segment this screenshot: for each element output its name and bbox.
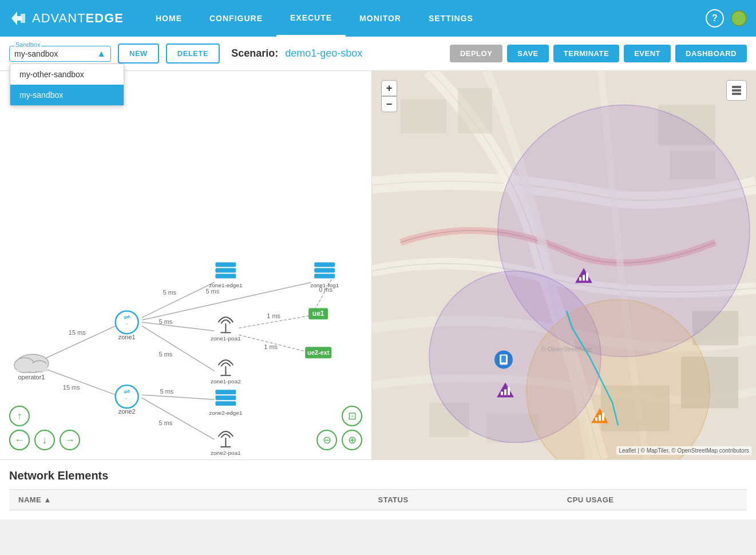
diagram-up-button[interactable]: ↑ <box>9 406 30 426</box>
svg-text:5 ms: 5 ms <box>163 289 177 296</box>
svg-text:zone2-poa1: zone2-poa1 <box>211 450 241 456</box>
nav-execute[interactable]: EXECUTE <box>276 0 346 37</box>
svg-rect-87 <box>501 356 506 363</box>
svg-rect-92 <box>732 93 741 95</box>
svg-point-88 <box>503 362 505 364</box>
svg-text:5 ms: 5 ms <box>159 351 173 358</box>
svg-rect-52 <box>215 390 236 394</box>
svg-rect-28 <box>17 363 48 371</box>
diagram-right-controls: ⊡ ⊖ ⊕ <box>316 406 362 450</box>
svg-text:zone1-edge1: zone1-edge1 <box>209 282 243 288</box>
svg-rect-39 <box>215 268 236 272</box>
node-zone1[interactable]: ⇌ → zone1 <box>116 311 138 340</box>
save-button[interactable]: SAVE <box>507 45 548 62</box>
nav-monitor[interactable]: MONITOR <box>346 0 415 37</box>
diagram-zoom-in-button[interactable]: ⊕ <box>342 430 362 450</box>
map-layer-button[interactable] <box>726 80 747 101</box>
svg-rect-78 <box>586 273 588 281</box>
terminate-button[interactable]: TERMINATE <box>553 45 619 62</box>
scenario-area: Scenario: demo1-geo-sbox <box>231 47 362 60</box>
diagram-panel: 15 ms 15 ms 5 ms 5 ms 5 ms 5 ms 5 ms 5 m… <box>0 71 372 459</box>
svg-text:zone2: zone2 <box>118 408 136 415</box>
diagram-bottom-controls: ↑ ← ↓ → <box>9 406 80 450</box>
svg-rect-80 <box>504 390 506 395</box>
svg-text:⇌: ⇌ <box>124 387 130 396</box>
diagram-zoom-row: ⊖ ⊕ <box>316 430 362 450</box>
svg-text:15 ms: 15 ms <box>69 329 86 336</box>
help-button[interactable]: ? <box>706 9 724 27</box>
logo-area: ADVANTEDGE <box>9 9 124 27</box>
svg-rect-42 <box>314 263 335 267</box>
column-status: STATUS <box>369 490 558 510</box>
network-elements-title: Network Elements <box>9 469 747 482</box>
sandbox-dropdown: my-other-sandbox my-sandbox <box>10 64 124 106</box>
svg-text:zone1-poa1: zone1-poa1 <box>211 335 241 342</box>
toolbar: Sandbox my-sandbox ▲ my-other-sandbox my… <box>0 37 756 71</box>
svg-rect-1 <box>21 14 25 23</box>
svg-text:1 ms: 1 ms <box>264 343 278 350</box>
svg-text:5 ms: 5 ms <box>160 388 174 395</box>
event-button[interactable]: EVENT <box>624 45 671 62</box>
dashboard-button[interactable]: DASHBOARD <box>675 45 747 62</box>
map-background: © OpenStreetMap <box>372 71 756 459</box>
workspace: 15 ms 15 ms 5 ms 5 ms 5 ms 5 ms 5 ms 5 m… <box>0 71 756 460</box>
delete-button[interactable]: DELETE <box>166 43 220 64</box>
diagram-zoom-out-button[interactable]: ⊖ <box>316 430 337 450</box>
sandbox-select-container: Sandbox my-sandbox ▲ my-other-sandbox my… <box>9 46 111 62</box>
column-cpu-usage: CPU USAGE <box>558 490 747 510</box>
svg-text:15 ms: 15 ms <box>63 384 80 391</box>
svg-rect-43 <box>314 268 335 272</box>
sandbox-chevron-icon: ▲ <box>97 49 106 59</box>
action-buttons: DEPLOY SAVE TERMINATE EVENT DASHBOARD <box>450 45 747 62</box>
network-diagram[interactable]: 15 ms 15 ms 5 ms 5 ms 5 ms 5 ms 5 ms 5 m… <box>0 71 371 459</box>
map-panel[interactable]: © OpenStreetMap + − Leaflet | © MapTiler… <box>372 71 756 459</box>
svg-text:ue1: ue1 <box>312 310 324 318</box>
deploy-button[interactable]: DEPLOY <box>450 45 502 62</box>
map-zoom-in-button[interactable]: + <box>381 80 397 96</box>
sandbox-option-my-other-sandbox[interactable]: my-other-sandbox <box>10 64 124 85</box>
svg-rect-79 <box>501 392 503 395</box>
svg-text:⇌: ⇌ <box>124 312 130 322</box>
node-operator1[interactable]: operator1 <box>14 354 49 380</box>
svg-rect-76 <box>579 278 581 281</box>
svg-rect-40 <box>215 273 236 278</box>
nav-home[interactable]: HOME <box>142 0 196 37</box>
header: ADVANTEDGE HOME CONFIGURE EXECUTE MONITO… <box>0 0 756 37</box>
nav-settings[interactable]: SETTINGS <box>415 0 487 37</box>
svg-marker-0 <box>11 11 22 25</box>
diagram-down-button[interactable]: ↓ <box>34 430 55 450</box>
svg-rect-90 <box>732 86 741 88</box>
sandbox-label: Sandbox <box>14 41 41 48</box>
scenario-name: demo1-geo-sbox <box>285 47 362 60</box>
node-zone2[interactable]: ⇌ ← zone2 <box>116 385 138 415</box>
logo-icon <box>9 9 27 27</box>
logo-text: ADVANTEDGE <box>32 11 124 26</box>
table-header: NAME ▲ STATUS CPU USAGE <box>9 489 747 510</box>
svg-text:operator1: operator1 <box>18 374 45 380</box>
column-name: NAME ▲ <box>9 490 369 510</box>
header-icons: ? <box>706 9 747 27</box>
scenario-label: Scenario: <box>231 47 278 60</box>
diagram-middle-row: ← ↓ → <box>9 430 80 450</box>
diagram-right-button[interactable]: → <box>60 430 80 450</box>
svg-rect-64 <box>401 100 446 134</box>
diagram-left-button[interactable]: ← <box>9 430 30 450</box>
svg-rect-77 <box>583 275 585 281</box>
svg-text:→: → <box>125 322 129 327</box>
map-zoom-out-button[interactable]: − <box>381 96 397 112</box>
svg-rect-53 <box>215 395 236 400</box>
status-indicator <box>731 10 747 26</box>
svg-rect-81 <box>508 387 510 395</box>
node-ue1[interactable]: ue1 <box>308 308 328 319</box>
sandbox-option-my-sandbox[interactable]: my-sandbox <box>10 85 124 105</box>
svg-rect-83 <box>599 415 601 421</box>
svg-text:zone2-edge1: zone2-edge1 <box>209 410 243 416</box>
node-ue2-ext[interactable]: ue2-ext <box>305 347 331 358</box>
svg-text:←: ← <box>125 396 129 401</box>
main-nav: HOME CONFIGURE EXECUTE MONITOR SETTINGS <box>142 0 706 37</box>
nav-configure[interactable]: CONFIGURE <box>196 0 276 37</box>
svg-rect-84 <box>602 413 604 421</box>
sandbox-select[interactable]: my-sandbox ▲ <box>14 49 106 59</box>
diagram-fit-button[interactable]: ⊡ <box>342 406 362 426</box>
new-button[interactable]: NEW <box>118 43 159 64</box>
